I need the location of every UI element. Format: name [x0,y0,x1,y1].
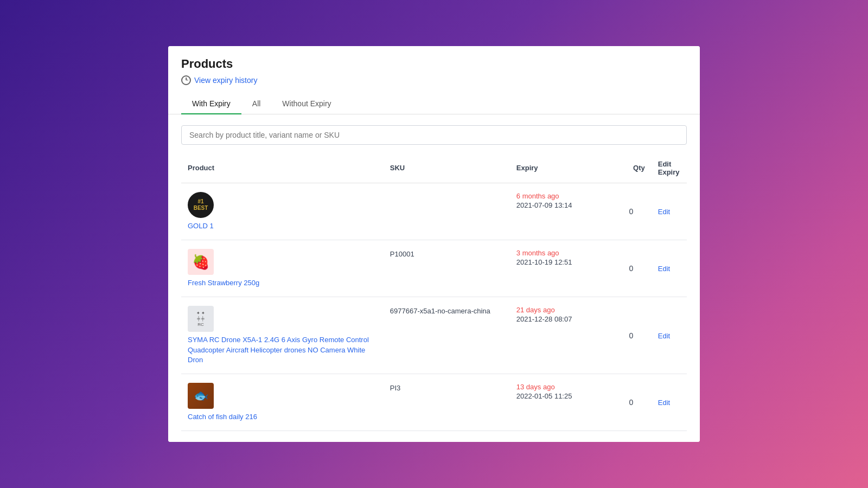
expiry-cell: 3 months ago 2021-10-19 12:51 [510,240,611,297]
sku-value: 6977667-x5a1-no-camera-china [390,307,490,315]
qty-value: 0 [629,398,634,407]
product-link[interactable]: Catch of fish daily 216 [188,412,377,422]
qty-cell: 0 [611,183,652,240]
expiry-date: 2021-10-19 12:51 [516,258,604,266]
expiry-cell: 6 months ago 2021-07-09 13:14 [510,183,611,240]
expiry-history-row: View expiry history [181,75,687,85]
tab-without-expiry[interactable]: Without Expiry [271,94,342,114]
search-input[interactable] [181,125,687,145]
edit-expiry-cell: Edit [652,183,687,240]
edit-expiry-link[interactable]: Edit [658,332,670,340]
expiry-date: 2021-12-28 08:07 [516,315,604,323]
col-header-qty: Qty [611,156,652,183]
qty-cell: 0 [611,297,652,374]
product-name-cell: 🍓 Fresh Strawberry 250g [181,240,384,297]
edit-expiry-link[interactable]: Edit [658,208,670,216]
expiry-ago: 6 months ago [516,192,604,200]
panel-header: Products View expiry history With Expiry… [168,46,700,114]
qty-value: 0 [629,264,634,273]
edit-expiry-link[interactable]: Edit [658,399,670,407]
product-info: #1BEST GOLD 1 [188,192,377,231]
edit-expiry-link[interactable]: Edit [658,265,670,273]
clock-icon [181,75,191,85]
col-header-product: Product [181,156,384,183]
product-thumbnail: #1BEST [188,192,214,218]
expiry-date: 2022-01-05 11:25 [516,392,604,400]
tab-with-expiry[interactable]: With Expiry [181,94,241,114]
product-thumbnail: ✦ ✦╪ ╪RC [188,306,214,332]
table-row: 🐟 Catch of fish daily 216 PI3 13 days ag… [181,374,687,431]
edit-expiry-cell: Edit [652,297,687,374]
edit-expiry-cell: Edit [652,374,687,431]
qty-value: 0 [629,331,634,340]
product-info: ✦ ✦╪ ╪RC SYMA RC Drone X5A-1 2.4G 6 Axis… [188,306,377,365]
table-row: 🍓 Fresh Strawberry 250g P10001 3 months … [181,240,687,297]
expiry-ago: 21 days ago [516,306,604,314]
tabs-container: With Expiry All Without Expiry [181,94,687,114]
sku-value: P10001 [390,250,414,258]
product-thumbnail: 🐟 [188,383,214,409]
product-link[interactable]: Fresh Strawberry 250g [188,278,377,288]
main-panel: Products View expiry history With Expiry… [168,46,700,442]
expiry-ago: 3 months ago [516,249,604,257]
col-header-expiry: Expiry [510,156,611,183]
product-link[interactable]: GOLD 1 [188,221,377,231]
qty-value: 0 [629,207,634,216]
product-name-cell: 🐟 Catch of fish daily 216 [181,374,384,431]
edit-expiry-cell: Edit [652,240,687,297]
table-row: ✦ ✦╪ ╪RC SYMA RC Drone X5A-1 2.4G 6 Axis… [181,297,687,374]
tab-all[interactable]: All [241,94,272,114]
table-row: #1BEST GOLD 1 6 months ago 2021-07-09 13… [181,183,687,240]
sku-cell: PI3 [384,374,510,431]
product-thumbnail: 🍓 [188,249,214,275]
panel-body: Product SKU Expiry Qty Edit Expiry #1BES… [168,114,700,442]
product-info: 🐟 Catch of fish daily 216 [188,383,377,422]
page-title: Products [181,57,687,71]
sku-cell: 6977667-x5a1-no-camera-china [384,297,510,374]
col-header-edit-expiry: Edit Expiry [652,156,687,183]
qty-cell: 0 [611,240,652,297]
product-name-cell: #1BEST GOLD 1 [181,183,384,240]
sku-value: PI3 [390,384,401,392]
sku-cell [384,183,510,240]
col-header-sku: SKU [384,156,510,183]
expiry-cell: 13 days ago 2022-01-05 11:25 [510,374,611,431]
products-table: Product SKU Expiry Qty Edit Expiry #1BES… [181,156,687,431]
product-link[interactable]: SYMA RC Drone X5A-1 2.4G 6 Axis Gyro Rem… [188,335,377,365]
expiry-ago: 13 days ago [516,383,604,391]
product-name-cell: ✦ ✦╪ ╪RC SYMA RC Drone X5A-1 2.4G 6 Axis… [181,297,384,374]
view-expiry-history-link[interactable]: View expiry history [194,76,257,85]
qty-cell: 0 [611,374,652,431]
expiry-date: 2021-07-09 13:14 [516,201,604,209]
sku-cell: P10001 [384,240,510,297]
expiry-cell: 21 days ago 2021-12-28 08:07 [510,297,611,374]
product-info: 🍓 Fresh Strawberry 250g [188,249,377,288]
